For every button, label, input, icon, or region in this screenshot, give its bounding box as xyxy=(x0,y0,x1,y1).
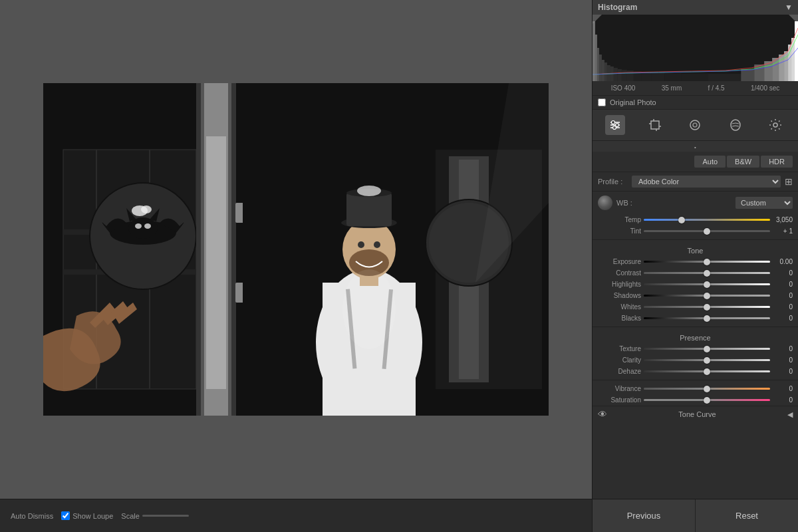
shadows-slider-row: Shadows 0 xyxy=(593,290,798,301)
svg-rect-58 xyxy=(665,73,682,81)
texture-slider-track[interactable] xyxy=(644,348,770,350)
bw-button[interactable]: B&W xyxy=(727,156,759,168)
histogram-header: Histogram ▼ xyxy=(593,0,798,15)
settings-icon[interactable] xyxy=(765,115,785,135)
dehaze-thumb[interactable] xyxy=(704,368,710,375)
exif-focal: 35 mm xyxy=(662,84,682,92)
texture-label: Texture xyxy=(598,345,641,352)
tint-thumb[interactable] xyxy=(704,228,710,235)
svg-point-28 xyxy=(358,241,364,248)
main-area: Histogram ▼ xyxy=(0,0,798,499)
vibrance-label: Vibrance xyxy=(598,385,641,392)
clarity-thumb[interactable] xyxy=(704,357,710,364)
saturation-slider-track[interactable] xyxy=(644,399,770,401)
crop-icon[interactable] xyxy=(645,115,665,135)
svg-point-39 xyxy=(342,269,396,349)
show-loupe-label: Show Loupe xyxy=(72,512,113,520)
svg-rect-56 xyxy=(642,72,652,81)
svg-point-13 xyxy=(141,205,152,213)
svg-rect-51 xyxy=(614,68,618,81)
show-loupe-row: Show Loupe xyxy=(61,511,113,520)
svg-rect-17 xyxy=(206,136,226,389)
highlights-slider-track[interactable] xyxy=(644,283,770,285)
blacks-thumb[interactable] xyxy=(704,315,710,322)
svg-point-81 xyxy=(690,120,700,130)
texture-thumb[interactable] xyxy=(704,346,710,352)
tint-label: Tint xyxy=(598,227,641,235)
contrast-thumb[interactable] xyxy=(704,270,710,277)
clarity-slider-track[interactable] xyxy=(644,359,770,361)
previous-button[interactable]: Previous xyxy=(593,499,696,532)
wb-eyedropper[interactable] xyxy=(598,196,612,210)
dehaze-slider-row: Dehaze 0 xyxy=(593,366,798,377)
tone-curve-chevron-icon: ◀ xyxy=(787,410,793,419)
histogram-chevron-icon: ▼ xyxy=(785,3,793,12)
show-loupe-checkbox[interactable] xyxy=(61,511,70,520)
svg-rect-48 xyxy=(604,63,607,81)
photo-artwork xyxy=(43,83,549,416)
scale-label: Scale xyxy=(121,512,140,520)
eye-icon[interactable]: 👁 xyxy=(598,409,607,420)
original-photo-row: Original Photo xyxy=(593,96,798,110)
dehaze-label: Dehaze xyxy=(598,368,641,375)
adjustments-icon[interactable] xyxy=(605,115,625,135)
svg-rect-52 xyxy=(618,69,622,81)
tool-icons-row xyxy=(593,110,798,141)
exif-iso: ISO 400 xyxy=(611,84,636,92)
profile-select[interactable]: Adobe Color Adobe Landscape Adobe Portra… xyxy=(632,176,781,188)
shadows-slider-track[interactable] xyxy=(644,295,770,297)
svg-point-84 xyxy=(773,123,777,127)
tint-slider-row: Tint + 1 xyxy=(593,225,798,237)
healing-icon[interactable] xyxy=(685,115,705,135)
exposure-value: 0.00 xyxy=(773,258,793,265)
histogram-svg xyxy=(593,15,798,81)
texture-slider-row: Texture 0 xyxy=(593,343,798,354)
profile-grid-icon[interactable]: ⊞ xyxy=(785,176,793,187)
svg-point-33 xyxy=(357,186,381,196)
scale-slider[interactable] xyxy=(142,515,189,517)
wb-dropdown[interactable]: Custom As Shot Auto Daylight Cloudy Shad… xyxy=(735,197,793,209)
whites-slider-track[interactable] xyxy=(644,306,770,308)
svg-rect-45 xyxy=(597,48,599,81)
shadows-thumb[interactable] xyxy=(704,293,710,299)
temp-slider-row: Temp 3,050 xyxy=(593,214,798,225)
vibrance-slider-track[interactable] xyxy=(644,388,770,390)
tone-curve-bar: 👁 Tone Curve ◀ xyxy=(593,406,798,422)
whites-value: 0 xyxy=(773,303,793,311)
clarity-label: Clarity xyxy=(598,356,641,364)
hdr-button[interactable]: HDR xyxy=(761,156,793,168)
blacks-value: 0 xyxy=(773,315,793,322)
exposure-slider-row: Exposure 0.00 xyxy=(593,256,798,267)
svg-rect-61 xyxy=(741,69,754,81)
vibrance-thumb[interactable] xyxy=(704,386,710,392)
saturation-thumb[interactable] xyxy=(704,397,710,404)
svg-rect-47 xyxy=(602,60,604,81)
svg-point-82 xyxy=(693,123,697,127)
temp-slider-track[interactable] xyxy=(644,219,770,221)
auto-button[interactable]: Auto xyxy=(694,156,726,168)
exposure-thumb[interactable] xyxy=(704,259,710,265)
svg-rect-31 xyxy=(346,193,392,226)
masking-icon[interactable] xyxy=(726,115,745,135)
highlights-thumb[interactable] xyxy=(704,281,710,288)
blacks-slider-track[interactable] xyxy=(644,317,770,319)
preset-row: Auto B&W HDR xyxy=(593,152,798,172)
saturation-value: 0 xyxy=(773,396,793,404)
whites-thumb[interactable] xyxy=(704,304,710,311)
original-photo-checkbox[interactable] xyxy=(598,98,606,106)
blacks-label: Blacks xyxy=(598,315,641,322)
highlights-value: 0 xyxy=(773,281,793,288)
svg-point-29 xyxy=(374,241,380,248)
temp-thumb[interactable] xyxy=(678,217,685,223)
contrast-slider-row: Contrast 0 xyxy=(593,267,798,279)
svg-rect-59 xyxy=(682,74,708,81)
temp-label: Temp xyxy=(598,216,641,223)
tint-slider-track[interactable] xyxy=(644,230,770,232)
dehaze-slider-track[interactable] xyxy=(644,370,770,372)
contrast-slider-track[interactable] xyxy=(644,272,770,274)
photo-area xyxy=(0,0,592,499)
exposure-slider-track[interactable] xyxy=(644,261,770,263)
reset-button[interactable]: Reset xyxy=(696,499,798,532)
exposure-label: Exposure xyxy=(598,258,641,265)
exif-info: ISO 400 35 mm f / 4.5 1/400 sec xyxy=(593,81,798,96)
